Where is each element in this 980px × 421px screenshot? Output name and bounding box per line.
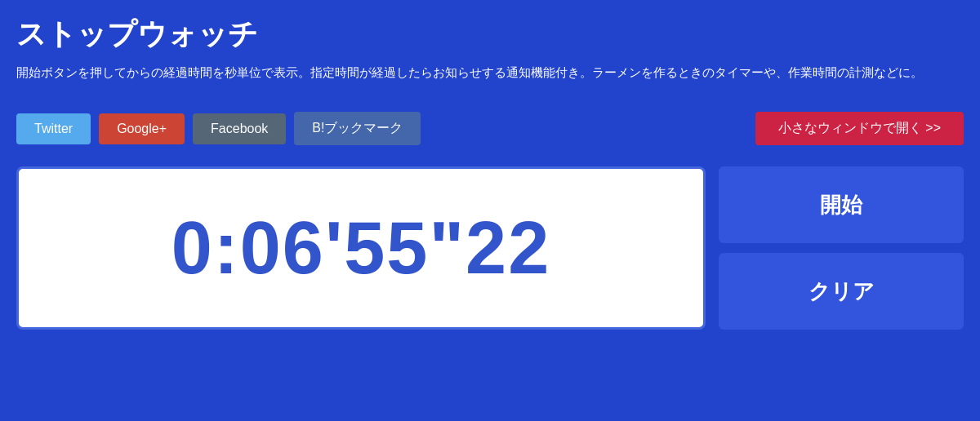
googleplus-button[interactable]: Google+ [99, 113, 185, 144]
control-buttons: 開始 クリア [719, 166, 964, 330]
twitter-button[interactable]: Twitter [16, 113, 91, 144]
clear-button[interactable]: クリア [719, 253, 964, 330]
bookmark-button[interactable]: B!ブックマーク [294, 112, 421, 145]
page-title: ストップウォッチ [16, 15, 964, 55]
timer-display: 0:06'55"22 [16, 166, 706, 330]
facebook-button[interactable]: Facebook [193, 113, 286, 144]
main-section: 0:06'55"22 開始 クリア [0, 158, 980, 346]
timer-text: 0:06'55"22 [172, 206, 550, 290]
start-button[interactable]: 開始 [719, 166, 964, 243]
open-window-button[interactable]: 小さなウィンドウで開く >> [755, 112, 964, 145]
share-section: Twitter Google+ Facebook B!ブックマーク 小さなウィン… [0, 99, 980, 158]
header-section: ストップウォッチ 開始ボタンを押してからの経過時間を秒単位で表示。指定時間が経過… [0, 0, 980, 99]
page-description: 開始ボタンを押してからの経過時間を秒単位で表示。指定時間が経過したらお知らせする… [16, 63, 964, 82]
